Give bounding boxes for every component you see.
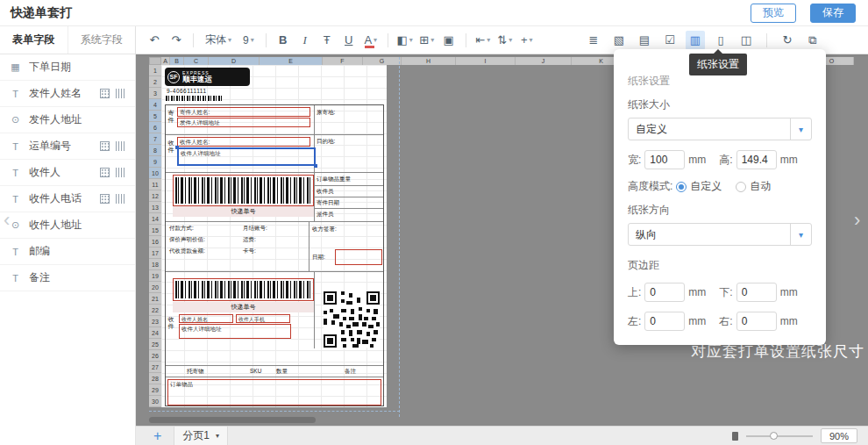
column-header-B[interactable]: B (170, 57, 184, 65)
radio-auto[interactable] (736, 182, 746, 192)
row-header-14[interactable]: 14 (149, 213, 161, 225)
prev-panel-chevron-icon[interactable]: ‹ (4, 211, 10, 230)
row-header-18[interactable]: 18 (149, 259, 161, 270)
margin-bottom-input[interactable] (736, 283, 777, 302)
row-header-29[interactable]: 29 (149, 384, 161, 396)
row-header-7[interactable]: 7 (149, 133, 161, 145)
next-panel-chevron-icon[interactable]: › (854, 211, 860, 230)
recipient-name-field[interactable]: 收件人姓名: (177, 137, 310, 147)
row-header-20[interactable]: 20 (149, 282, 161, 293)
barcode-icon[interactable] (116, 141, 126, 151)
mode-custom-label[interactable]: 自定义 (690, 179, 722, 194)
merge-cells-icon[interactable]: ▣ (439, 31, 459, 50)
image-frame-icon[interactable]: ▤ (635, 31, 654, 50)
sender-name-field[interactable]: 寄件人姓名: (177, 107, 310, 117)
refresh-icon[interactable]: ↻ (778, 31, 797, 50)
sender-address-field[interactable]: 发件人详细地址 (177, 118, 310, 127)
align-vertical-icon[interactable]: ⇅▾ (495, 31, 515, 50)
row-header-22[interactable]: 22 (149, 305, 161, 316)
checkbox-icon[interactable]: ☑ (660, 31, 679, 50)
row-header-17[interactable]: 17 (149, 248, 161, 259)
tab-system-fields[interactable]: 系统字段 (68, 26, 136, 54)
recipient2-phone-field[interactable]: 收件人手机 (236, 314, 290, 323)
radio-custom[interactable] (676, 182, 687, 192)
preview-button[interactable]: 预览 (751, 4, 796, 23)
strikethrough-icon[interactable]: Ŧ (317, 31, 337, 50)
qr-code-icon[interactable] (100, 141, 110, 151)
recipient-address-field-selected[interactable]: 收件人详细地址 (177, 147, 316, 166)
margin-top-input[interactable] (644, 283, 685, 302)
field-item-7[interactable]: T邮编 (0, 239, 135, 265)
row-header-21[interactable]: 21 (149, 293, 161, 305)
column-header-D[interactable]: D (209, 57, 260, 65)
columns-icon[interactable]: ◫ (736, 31, 756, 50)
height-input[interactable] (736, 150, 777, 169)
field-item-6[interactable]: ⊙收件人地址 (0, 212, 135, 239)
row-header-30[interactable]: 30 (149, 396, 161, 407)
paper-size-select[interactable]: 自定义 ▾ (628, 118, 812, 140)
chevron-down-icon[interactable]: ▾ (790, 118, 811, 140)
column-header-H[interactable]: H (402, 57, 456, 65)
chevron-down-icon[interactable]: ▾ (790, 224, 811, 245)
row-header-26[interactable]: 26 (149, 350, 161, 362)
row-header-11[interactable]: 11 (149, 179, 161, 190)
field-item-1[interactable]: T发件人姓名 (0, 81, 135, 107)
column-header-I[interactable]: I (456, 57, 516, 65)
zoom-fit-icon[interactable] (732, 432, 738, 441)
row-header-4[interactable]: 4 (149, 99, 161, 111)
row-header-15[interactable]: 15 (149, 225, 161, 236)
row-header-25[interactable]: 25 (149, 339, 161, 350)
list-settings-icon[interactable]: ≣ (584, 31, 603, 50)
barcode-icon[interactable] (116, 168, 126, 177)
recipient2-name-field[interactable]: 收件人姓名 (179, 314, 233, 323)
field-item-4[interactable]: T收件人 (0, 160, 135, 186)
insert-icon[interactable]: +▾ (517, 31, 537, 50)
row-header-3[interactable]: 3 (149, 88, 161, 99)
recipient2-address-field[interactable]: 收件人详细地址 (179, 324, 291, 339)
order-items-field[interactable]: 订单物品 (167, 379, 381, 406)
column-header-A[interactable]: A (161, 57, 170, 65)
sign-date-field[interactable] (335, 249, 382, 265)
column-header-C[interactable]: C (184, 57, 209, 65)
barcode-icon[interactable] (116, 194, 126, 204)
waybill-barcode-1[interactable] (173, 175, 314, 206)
waybill-barcode-2[interactable] (173, 278, 314, 301)
field-item-8[interactable]: T备注 (0, 265, 135, 291)
save-button[interactable]: 保存 (810, 4, 856, 23)
field-item-2[interactable]: ⊙发件人地址 (0, 107, 135, 133)
qr-code-icon[interactable] (100, 168, 110, 177)
paper-settings-icon[interactable]: ▥ (686, 31, 705, 50)
horizontal-scrollbar[interactable] (149, 417, 316, 423)
field-item-0[interactable]: ▦下单日期 (0, 54, 135, 81)
qr-code-icon[interactable] (100, 194, 110, 204)
column-header-G[interactable]: G (363, 57, 402, 65)
row-header-8[interactable]: 8 (149, 145, 161, 156)
row-header-13[interactable]: 13 (149, 202, 161, 213)
field-item-3[interactable]: T运单编号 (0, 133, 135, 160)
redo-icon[interactable]: ↷ (167, 31, 186, 50)
row-header-16[interactable]: 16 (149, 236, 161, 248)
undo-icon[interactable]: ↶ (145, 31, 164, 50)
label-sheet[interactable]: SF EXPRESS 顺丰速运 9-4066111111 寄件 寄件人姓名: 发… (161, 65, 387, 407)
fill-color-icon[interactable]: ◧▾ (395, 31, 415, 50)
field-item-5[interactable]: T收件人电话 (0, 186, 135, 212)
font-family-select[interactable]: 宋体 ▾ (201, 31, 236, 50)
row-header-12[interactable]: 12 (149, 190, 161, 202)
page-icon[interactable]: ▯ (711, 31, 730, 50)
qr-code-icon[interactable] (100, 89, 110, 98)
add-page-button[interactable]: + (153, 429, 161, 443)
column-header-E[interactable]: E (260, 57, 323, 65)
sheet-corner[interactable] (149, 57, 161, 65)
orientation-select[interactable]: 纵向 ▾ (628, 223, 812, 246)
qr-code[interactable] (324, 291, 380, 348)
row-header-24[interactable]: 24 (149, 327, 161, 339)
row-header-27[interactable]: 27 (149, 362, 161, 373)
column-header-J[interactable]: J (516, 57, 572, 65)
row-header-23[interactable]: 23 (149, 316, 161, 327)
align-horizontal-icon[interactable]: ⇤▾ (473, 31, 493, 50)
font-color-icon[interactable]: A▾ (361, 31, 381, 50)
underline-icon[interactable]: U (339, 31, 359, 50)
barcode-icon[interactable] (116, 89, 126, 98)
row-header-2[interactable]: 2 (149, 76, 161, 88)
column-header-F[interactable]: F (323, 57, 363, 65)
